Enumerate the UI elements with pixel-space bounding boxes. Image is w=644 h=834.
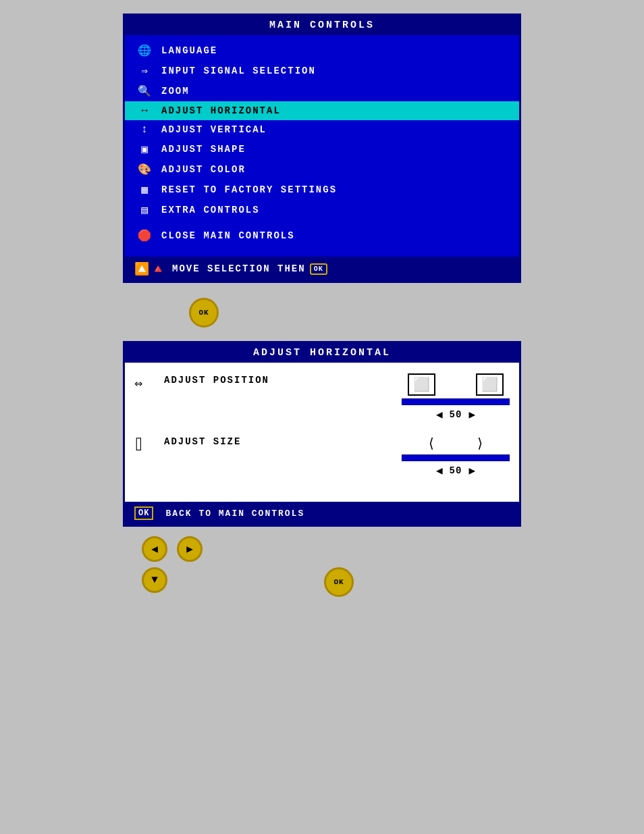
reset-factory-icon: ▦	[134, 183, 156, 197]
adjust-size-icon: ⌷	[134, 435, 156, 453]
position-arrow-icons: ⬜ ⬜	[408, 373, 504, 396]
footer-ok-icon: OK	[310, 263, 327, 275]
reset-factory-label: RESET TO FACTORY SETTINGS	[161, 184, 337, 195]
left-nav-button[interactable]: ◀	[142, 536, 167, 562]
size-decrement-button[interactable]: ◀	[436, 464, 443, 477]
footer-label: MOVE SELECTION THEN	[172, 263, 306, 274]
adjust-size-row: ⌷ ADJUST SIZE ⟨ ⟩ ◀ 50 ▶	[134, 435, 510, 477]
size-increment-button[interactable]: ▶	[468, 464, 475, 477]
menu-divider	[125, 220, 519, 226]
input-signal-icon: ⇒	[134, 64, 156, 78]
menu-divider-2	[125, 246, 519, 251]
sidebar-item-input-signal[interactable]: ⇒ INPUT SIGNAL SELECTION	[125, 61, 519, 81]
adjust-color-label: ADJUST COLOR	[161, 164, 246, 175]
sidebar-item-extra-controls[interactable]: ▤ EXTRA CONTROLS	[125, 200, 519, 220]
adjust-color-icon: 🎨	[134, 163, 156, 176]
right-nav-button[interactable]: ▶	[177, 536, 203, 562]
sidebar-item-zoom[interactable]: 🔍 ZOOM	[125, 81, 519, 101]
sidebar-item-adjust-horizontal[interactable]: ↔ ADJUST HORIZONTAL	[125, 101, 519, 120]
adjust-position-row: ⇔ ADJUST POSITION ⬜ ⬜ ◀ 50 ▶	[134, 373, 510, 421]
adjust-horizontal-label: ADJUST HORIZONTAL	[161, 105, 281, 116]
sidebar-item-reset-factory[interactable]: ▦ RESET TO FACTORY SETTINGS	[125, 180, 519, 200]
sidebar-item-adjust-shape[interactable]: ▣ ADJUST SHAPE	[125, 139, 519, 159]
input-signal-label: INPUT SIGNAL SELECTION	[161, 66, 316, 76]
down-nav-button[interactable]: ▼	[142, 567, 167, 593]
size-value-row: ◀ 50 ▶	[436, 464, 475, 477]
adjust-horizontal-icon: ↔	[134, 105, 156, 117]
adjust-size-label: ADJUST SIZE	[164, 435, 272, 447]
position-slider-fill	[402, 399, 456, 405]
size-shrink-icon: ⟨	[427, 435, 435, 452]
zoom-label: ZOOM	[161, 86, 190, 97]
close-main-controls-label: CLOSE MAIN CONTROLS	[161, 230, 295, 241]
adjust-position-control: ⬜ ⬜ ◀ 50 ▶	[402, 373, 510, 421]
sidebar-item-adjust-vertical[interactable]: ↕ ADJUST VERTICAL	[125, 120, 519, 139]
position-value: 50	[450, 409, 462, 420]
adjust-vertical-icon: ↕	[134, 124, 156, 136]
position-increment-button[interactable]: ▶	[468, 408, 475, 421]
size-slider-fill	[402, 455, 456, 461]
size-slider[interactable]	[402, 454, 510, 461]
menu-items-list: 🌐 LANGUAGE ⇒ INPUT SIGNAL SELECTION 🔍 ZO…	[125, 35, 519, 257]
footer-nav-icon: 🔼🔺	[134, 261, 167, 276]
zoom-icon: 🔍	[134, 84, 156, 98]
adjust-position-icon: ⇔	[134, 373, 156, 392]
adjust-horizontal-title: ADJUST HORIZONTAL	[125, 343, 519, 363]
adjust-horizontal-panel: ADJUST HORIZONTAL ⇔ ADJUST POSITION ⬜ ⬜ …	[123, 341, 521, 527]
close-main-controls-item[interactable]: 🛑 CLOSE MAIN CONTROLS	[125, 226, 519, 246]
close-main-controls-icon: 🛑	[134, 229, 156, 242]
main-controls-footer: 🔼🔺 MOVE SELECTION THEN OK	[125, 257, 519, 281]
size-value: 50	[450, 465, 462, 476]
back-to-main-label: BACK TO MAIN CONTROLS	[165, 509, 304, 519]
adjust-panel-footer: OK BACK TO MAIN CONTROLS	[125, 502, 519, 525]
adjust-shape-label: ADJUST SHAPE	[161, 144, 246, 155]
main-controls-panel: MAIN CONTROLS 🌐 LANGUAGE ⇒ INPUT SIGNAL …	[123, 14, 521, 283]
adjust-position-label: ADJUST POSITION	[164, 373, 272, 386]
size-arrow-icons: ⟨ ⟩	[427, 435, 484, 452]
language-label: LANGUAGE	[161, 45, 217, 56]
adjust-ok-button[interactable]: OK	[324, 567, 354, 597]
extra-controls-label: EXTRA CONTROLS	[161, 205, 260, 215]
language-icon: 🌐	[134, 44, 156, 57]
main-ok-button[interactable]: OK	[189, 298, 219, 328]
position-right-arrow-icon: ⬜	[476, 373, 504, 396]
adjust-content-area: ⇔ ADJUST POSITION ⬜ ⬜ ◀ 50 ▶ ⌷ ADJUS	[125, 363, 519, 502]
position-left-arrow-icon: ⬜	[408, 373, 435, 396]
sidebar-item-language[interactable]: 🌐 LANGUAGE	[125, 41, 519, 61]
adjust-shape-icon: ▣	[134, 142, 156, 156]
adjust-vertical-label: ADJUST VERTICAL	[161, 124, 267, 135]
extra-controls-icon: ▤	[134, 203, 156, 217]
adjust-size-control: ⟨ ⟩ ◀ 50 ▶	[402, 435, 510, 477]
size-expand-icon: ⟩	[476, 435, 484, 452]
sidebar-item-adjust-color[interactable]: 🎨 ADJUST COLOR	[125, 159, 519, 180]
position-value-row: ◀ 50 ▶	[436, 408, 475, 421]
back-ok-icon: OK	[134, 506, 153, 520]
main-controls-title: MAIN CONTROLS	[125, 16, 519, 35]
position-slider[interactable]	[402, 398, 510, 405]
position-decrement-button[interactable]: ◀	[436, 408, 443, 421]
